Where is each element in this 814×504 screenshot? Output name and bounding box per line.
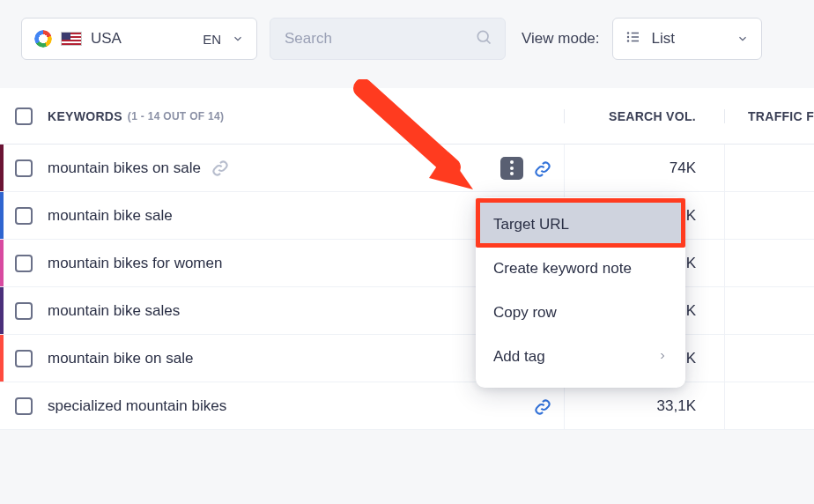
volume-cell: 74K (564, 145, 724, 191)
row-link[interactable] (534, 397, 551, 415)
view-mode-select[interactable]: List (612, 18, 762, 60)
keyword-text: mountain bike sale (48, 207, 173, 225)
select-all-checkbox[interactable] (15, 107, 33, 125)
row-context-menu: Target URL Create keyword note Copy row … (476, 197, 685, 388)
view-mode-label: View mode: (522, 30, 600, 48)
row-checkbox[interactable] (15, 255, 33, 272)
row-checkbox[interactable] (15, 397, 33, 415)
table-row[interactable]: mountain bike on sale 49,5K (0, 335, 814, 382)
keyword-text: mountain bikes for women (48, 255, 222, 272)
search-icon (475, 28, 492, 50)
lang-code: EN (203, 32, 221, 47)
table-header: KEYWORDS (1 - 14 OUT OF 14) SEARCH VOL. … (0, 88, 814, 145)
header-keywords: KEYWORDS (48, 109, 122, 123)
chevron-down-icon (736, 33, 749, 45)
search-input[interactable] (283, 29, 475, 48)
row-check-cell[interactable] (0, 255, 48, 272)
table-row[interactable]: mountain bike sales K (0, 287, 814, 335)
menu-target-url[interactable]: Target URL (476, 203, 685, 247)
svg-point-3 (626, 40, 628, 41)
topbar: USA EN View mode: List (0, 0, 814, 78)
traffic-cell (724, 192, 814, 239)
row-stripe (0, 335, 4, 382)
row-checkbox[interactable] (15, 207, 33, 225)
row-stripe (0, 240, 4, 286)
header-traffic[interactable]: TRAFFIC F (724, 109, 814, 123)
row-stripe (0, 145, 4, 191)
table-row[interactable]: specialized mountain bikes 33,1K (0, 382, 814, 430)
header-volume[interactable]: SEARCH VOL. (564, 109, 724, 123)
link-icon (211, 159, 229, 177)
table-row[interactable]: mountain bike sale K (0, 192, 814, 240)
traffic-cell (724, 287, 814, 334)
row-check-cell[interactable] (0, 350, 48, 367)
row-checkbox[interactable] (15, 350, 33, 367)
view-mode-value: List (652, 30, 675, 48)
traffic-cell (724, 382, 814, 429)
table-row[interactable]: mountain bikes on sale 74K (0, 145, 814, 192)
usa-flag-icon (61, 32, 82, 46)
row-check-cell[interactable] (0, 159, 48, 177)
keywords-table: KEYWORDS (1 - 14 OUT OF 14) SEARCH VOL. … (0, 88, 814, 430)
row-menu-button[interactable] (500, 157, 523, 180)
svg-point-2 (626, 35, 628, 37)
row-checkbox[interactable] (15, 159, 33, 177)
menu-add-tag[interactable]: Add tag (476, 335, 685, 379)
volume-cell: 33,1K (564, 382, 724, 429)
keyword-text: specialized mountain bikes (48, 397, 226, 415)
row-stripe (0, 287, 4, 334)
google-icon (34, 30, 52, 48)
row-actions (500, 157, 551, 180)
chevron-right-icon (657, 348, 668, 366)
keyword-text: mountain bikes on sale (48, 159, 201, 177)
country-select[interactable]: USA EN (21, 18, 257, 60)
traffic-cell (724, 145, 814, 191)
traffic-cell (724, 240, 814, 286)
menu-copy-row[interactable]: Copy row (476, 291, 685, 335)
svg-point-0 (477, 31, 488, 41)
row-check-cell[interactable] (0, 397, 48, 415)
row-checkbox[interactable] (15, 302, 33, 320)
chevron-down-icon (232, 33, 244, 45)
traffic-cell (724, 335, 814, 382)
table-row[interactable]: mountain bikes for women K (0, 240, 814, 287)
search-input-wrap[interactable] (270, 18, 506, 60)
menu-create-note[interactable]: Create keyword note (476, 247, 685, 291)
country-label: USA (91, 30, 122, 48)
svg-point-1 (626, 32, 628, 33)
header-keywords-count: (1 - 14 OUT OF 14) (128, 110, 224, 122)
link-icon[interactable] (534, 397, 551, 415)
row-check-cell[interactable] (0, 302, 48, 320)
row-stripe (0, 382, 4, 429)
row-stripe (0, 192, 4, 239)
link-icon[interactable] (534, 159, 551, 177)
keyword-text: mountain bike on sale (48, 350, 193, 367)
select-all-cell[interactable] (0, 107, 48, 125)
row-check-cell[interactable] (0, 207, 48, 225)
list-icon (625, 29, 641, 49)
keyword-text: mountain bike sales (48, 302, 180, 320)
